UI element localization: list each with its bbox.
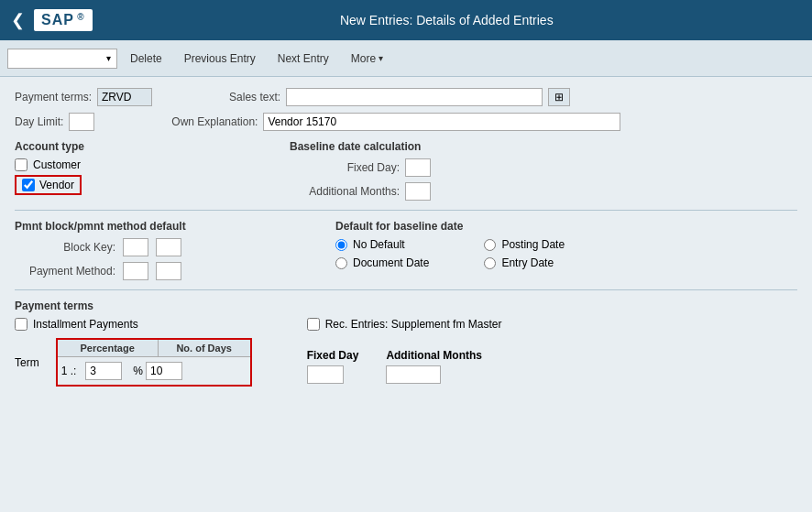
posting-date-radio[interactable]	[484, 239, 496, 251]
additional-months-label: Additional Months:	[290, 185, 400, 198]
delete-button[interactable]: Delete	[121, 49, 171, 69]
baseline-date-title: Baseline date calculation	[290, 140, 797, 153]
logo-text: SAP	[41, 12, 74, 27]
fixed-day-label: Fixed Day:	[290, 161, 400, 174]
rec-entries-label: Rec. Entries: Supplement fm Master	[325, 318, 502, 331]
radio-group-right: Posting Date Entry Date	[484, 238, 565, 269]
terms-table: Percentage No. of Days 1 .: %	[56, 338, 252, 387]
customer-checkbox-row: Customer	[15, 158, 253, 171]
customer-checkbox[interactable]	[15, 158, 27, 171]
vendor-checkbox-row: Vendor	[15, 175, 253, 195]
posting-date-label: Posting Date	[501, 238, 565, 251]
percentage-header: Percentage	[58, 340, 159, 356]
term-row-1-label: 1 .:	[61, 365, 77, 377]
installment-payments-label: Installment Payments	[33, 318, 138, 331]
additional-months-col-input[interactable]	[386, 365, 441, 384]
payment-terms-section-title: Payment terms	[15, 300, 797, 312]
payment-method-input-2[interactable]	[156, 262, 181, 280]
sales-text-input[interactable]	[286, 88, 543, 106]
no-default-label: No Default	[353, 238, 405, 251]
default-baseline-title: Default for baseline date	[335, 220, 797, 233]
installment-payments-checkbox[interactable]	[15, 318, 27, 331]
term-pct-input[interactable]	[85, 362, 122, 380]
dropdown-value	[14, 52, 106, 65]
additional-months-col-label: Additional Months	[386, 349, 482, 362]
sales-text-label: Sales text:	[229, 91, 280, 103]
previous-entry-button[interactable]: Previous Entry	[175, 49, 265, 69]
next-entry-button[interactable]: Next Entry	[269, 49, 338, 69]
account-type-title: Account type	[15, 140, 253, 153]
sap-logo: SAP ®	[34, 9, 93, 31]
payment-method-input-1[interactable]	[123, 262, 148, 280]
day-limit-label: Day Limit:	[15, 115, 63, 128]
block-key-label: Block Key:	[15, 241, 115, 254]
payment-terms-label: Payment terms:	[15, 91, 92, 103]
entry-date-label: Entry Date	[501, 256, 554, 269]
sales-text-icon-button[interactable]: ⊞	[548, 88, 570, 106]
chevron-down-icon: ▾	[106, 53, 111, 63]
pct-symbol: %	[133, 365, 143, 377]
fixed-day-col-input[interactable]	[307, 365, 344, 384]
payment-terms-input[interactable]	[97, 88, 152, 106]
fixed-day-input[interactable]	[405, 158, 431, 177]
main-content: Payment terms: Sales text: ⊞ Day Limit: …	[0, 77, 812, 512]
term-label: Term	[15, 338, 39, 369]
page-title: New Entries: Details of Added Entries	[93, 13, 801, 27]
own-explanation-label: Own Explanation:	[171, 115, 258, 128]
no-default-radio[interactable]	[335, 239, 347, 251]
own-explanation-input[interactable]	[263, 113, 620, 131]
term-days-input[interactable]	[146, 362, 182, 380]
toolbar: ▾ Delete Previous Entry Next Entry More …	[0, 40, 812, 77]
fixed-day-col-label: Fixed Day	[307, 349, 359, 362]
vendor-label: Vendor	[39, 179, 74, 191]
vendor-checkbox[interactable]	[22, 179, 35, 191]
block-key-input-1[interactable]	[123, 238, 148, 256]
more-label: More	[351, 52, 376, 65]
pmnt-section-title: Pmnt block/pmnt method default	[15, 220, 299, 233]
toolbar-dropdown[interactable]: ▾	[7, 49, 117, 69]
rec-entries-checkbox[interactable]	[307, 318, 320, 331]
block-key-input-2[interactable]	[156, 238, 181, 256]
more-button[interactable]: More ▾	[342, 49, 392, 69]
back-button[interactable]: ❮	[11, 10, 25, 30]
additional-months-input[interactable]	[405, 182, 431, 201]
entry-date-radio[interactable]	[484, 257, 496, 269]
document-date-label: Document Date	[353, 256, 429, 269]
vendor-box: Vendor	[15, 175, 82, 195]
payment-method-label: Payment Method:	[15, 265, 115, 278]
customer-label: Customer	[33, 158, 81, 171]
document-date-radio[interactable]	[335, 257, 347, 269]
day-limit-input[interactable]	[69, 113, 94, 131]
chevron-down-icon: ▾	[379, 53, 383, 63]
radio-group-left: No Default Document Date	[335, 238, 429, 269]
app-header: ❮ SAP ® New Entries: Details of Added En…	[0, 0, 812, 40]
no-of-days-header: No. of Days	[159, 340, 250, 356]
